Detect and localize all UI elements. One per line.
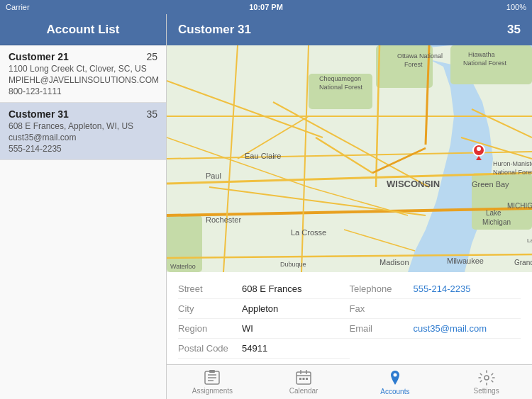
region-value: WI <box>242 323 253 334</box>
city-row: City Appleton <box>178 299 350 319</box>
status-bar: Carrier 10:07 PM 100% <box>0 0 532 14</box>
country-row: Country US <box>178 359 350 364</box>
svg-text:National Forest: National Forest <box>463 60 507 67</box>
city-label: City <box>178 303 242 314</box>
city-value: Appleton <box>242 303 278 314</box>
telephone-value[interactable]: 555-214-2235 <box>414 283 471 294</box>
info-grid: Street 608 E Frances City Appleton Regio… <box>178 279 521 364</box>
account-email-2: cust35@mail.com <box>9 133 157 142</box>
carrier-label: Carrier <box>6 3 30 11</box>
account-name-1: Customer 21 <box>9 51 69 62</box>
accounts-icon <box>387 369 404 386</box>
settings-icon <box>478 370 495 386</box>
telephone-row: Telephone 555-214-2235 <box>350 279 521 299</box>
email-row: Email cust35@mail.com <box>350 319 521 339</box>
account-address-1: 1100 Long Creek Ct, Clover, SC, US <box>9 64 157 74</box>
postal-label: Postal Code <box>178 343 242 354</box>
main-panel: Customer 31 35 <box>167 14 532 399</box>
svg-text:Paul: Paul <box>206 172 221 180</box>
street-label: Street <box>178 283 242 294</box>
account-phone-2: 555-214-2235 <box>9 144 157 154</box>
account-number-2: 35 <box>146 108 157 120</box>
svg-text:Waterloo: Waterloo <box>170 263 196 270</box>
svg-point-66 <box>393 373 397 376</box>
account-email-1: MPIEHL@JAVELLINSOLUTIONS.COM <box>9 75 157 85</box>
map-svg: Paul Eau Claire WISCONSIN Green Bay Roch… <box>167 45 532 272</box>
region-row: Region WI <box>178 319 350 339</box>
svg-text:Madison: Madison <box>379 258 409 266</box>
account-item-2[interactable]: Customer 31 35 608 E Frances, Appleton, … <box>0 103 166 160</box>
svg-text:Green Bay: Green Bay <box>472 180 509 189</box>
tab-bar: Assignments Calendar <box>167 364 532 399</box>
svg-text:Lake: Lake <box>486 209 501 217</box>
svg-rect-63 <box>299 378 301 380</box>
detail-title: Customer 31 <box>178 23 251 37</box>
app-body: Account List Customer 21 25 1100 Long Cr… <box>0 14 532 399</box>
svg-text:Dubuque: Dubuque <box>280 261 306 268</box>
tab-settings[interactable]: Settings <box>440 370 532 395</box>
svg-text:Huron-Manistee: Huron-Manistee <box>493 160 532 167</box>
info-area: Street 608 E Frances City Appleton Regio… <box>167 272 532 364</box>
svg-text:National Forest: National Forest <box>319 84 363 91</box>
svg-text:Rochester: Rochester <box>206 215 241 224</box>
svg-text:National Forest: National Forest <box>493 169 532 176</box>
email-value[interactable]: cust35@mail.com <box>414 323 487 334</box>
email-label: Email <box>350 323 414 334</box>
postal-row: Postal Code 54911 <box>178 339 350 359</box>
svg-rect-65 <box>306 378 308 380</box>
account-item-1[interactable]: Customer 21 25 1100 Long Creek Ct, Clove… <box>0 45 166 103</box>
svg-text:Michigan: Michigan <box>482 218 511 226</box>
info-col-right: Telephone 555-214-2235 Fax Email cust35@… <box>350 279 521 364</box>
svg-text:WISCONSIN: WISCONSIN <box>387 179 440 189</box>
sidebar-header: Account List <box>0 14 166 45</box>
svg-text:Chequamegon: Chequamegon <box>319 75 361 82</box>
svg-text:Forest: Forest <box>404 61 423 68</box>
svg-text:Lansi: Lansi <box>527 237 532 244</box>
account-address-2: 608 E Frances, Appleton, WI, US <box>9 121 157 131</box>
assignments-icon <box>204 370 221 386</box>
street-value: 608 E Frances <box>242 283 302 294</box>
battery-label: 100% <box>506 3 526 11</box>
telephone-label: Telephone <box>350 283 414 294</box>
svg-text:Eau Claire: Eau Claire <box>245 152 281 160</box>
tab-assignments[interactable]: Assignments <box>167 370 258 395</box>
info-col-left: Street 608 E Frances City Appleton Regio… <box>178 279 350 364</box>
tab-accounts-label: Accounts <box>380 388 409 395</box>
street-row: Street 608 E Frances <box>178 279 350 299</box>
account-phone-1: 800-123-1111 <box>9 86 157 96</box>
tab-calendar-label: Calendar <box>289 387 318 395</box>
calendar-icon <box>295 370 312 386</box>
svg-rect-64 <box>303 378 305 380</box>
detail-header: Customer 31 35 <box>167 14 532 45</box>
time-label: 10:07 PM <box>249 3 283 11</box>
svg-text:La Crosse: La Crosse <box>291 228 326 237</box>
svg-rect-58 <box>209 370 215 373</box>
svg-point-67 <box>484 376 489 380</box>
svg-text:MICHIGAN: MICHIGAN <box>507 202 532 210</box>
fax-label: Fax <box>350 303 414 314</box>
region-label: Region <box>178 323 242 334</box>
sidebar: Account List Customer 21 25 1100 Long Cr… <box>0 14 167 399</box>
svg-text:Ottawa National: Ottawa National <box>397 52 443 60</box>
tab-accounts[interactable]: Accounts <box>350 369 441 395</box>
postal-value: 54911 <box>242 343 267 354</box>
tab-settings-label: Settings <box>474 387 499 395</box>
account-list: Customer 21 25 1100 Long Creek Ct, Clove… <box>0 45 166 399</box>
tab-calendar[interactable]: Calendar <box>258 370 350 395</box>
map-area[interactable]: Paul Eau Claire WISCONSIN Green Bay Roch… <box>167 45 532 272</box>
fax-row: Fax <box>350 299 521 319</box>
svg-text:Grand Rapids: Grand Rapids <box>514 259 532 266</box>
svg-point-53 <box>477 147 481 151</box>
sidebar-title: Account List <box>47 23 120 37</box>
detail-number: 35 <box>507 23 521 37</box>
account-number-1: 25 <box>146 51 157 62</box>
svg-text:Milwaukee: Milwaukee <box>447 257 484 265</box>
account-name-2: Customer 31 <box>9 108 69 120</box>
tab-assignments-label: Assignments <box>192 387 233 395</box>
svg-text:Hiawatha: Hiawatha <box>468 51 495 58</box>
